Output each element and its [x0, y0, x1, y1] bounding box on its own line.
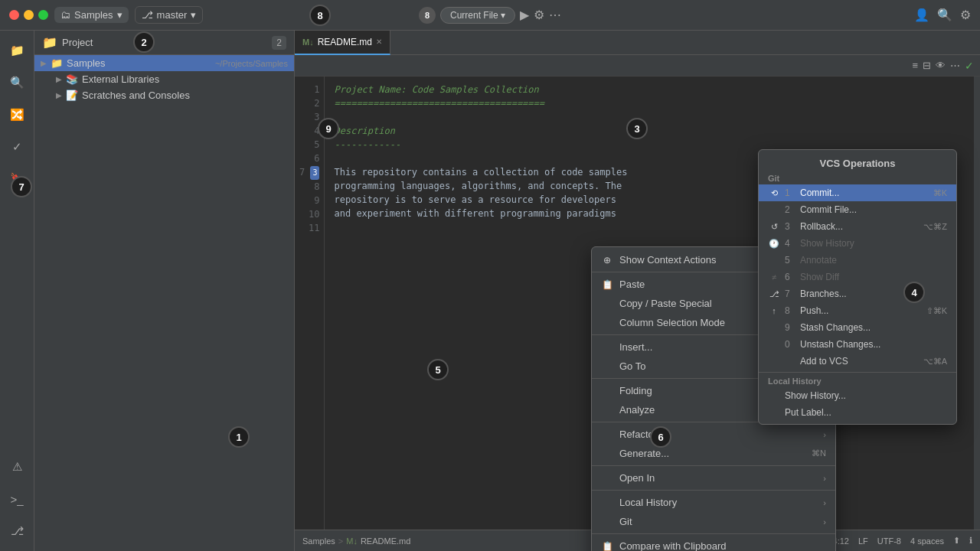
vcs-item-label: Commit... [800, 187, 839, 198]
vcs-item-stash[interactable]: 9 Stash Changes... [759, 319, 956, 336]
vcs-item-num: 3 [785, 221, 795, 232]
history-icon: 🕐 [768, 239, 780, 249]
toolbar-split-view[interactable]: ⊟ [923, 60, 931, 71]
vcs-item-unstash[interactable]: 0 Unstash Changes... [759, 336, 956, 353]
line-numbers: 1 2 3 4 5 6 7 3 8 9 10 11 [295, 77, 325, 530]
vcs-item-label: Show History... [785, 390, 846, 401]
submenu-arrow-icon: › [823, 498, 826, 507]
vcs-item-show-history[interactable]: 🕐 4 Show History [759, 235, 956, 252]
editor-tab-readme[interactable]: M↓ README.md ✕ [295, 31, 390, 55]
file-encoding[interactable]: UTF-8 [877, 536, 901, 546]
vcs-item-commit[interactable]: ⟲ 1 Commit... ⌘K [759, 184, 956, 201]
vcs-item-commit-file[interactable]: 2 Commit File... [759, 201, 956, 218]
expand-icon: ▶ [41, 59, 47, 67]
titlebar-center: 8 Current File ▾ ▶ ⚙ ⋯ [419, 7, 561, 24]
sidebar-item-vcs[interactable]: 🔀 [3, 101, 31, 129]
vcs-item-label: Show History [800, 238, 854, 249]
ctx-compare-clipboard[interactable]: 📋 Compare with Clipboard [592, 536, 835, 551]
branch-selector-button[interactable]: ⎇ master ▾ [135, 6, 204, 24]
vcs-item-put-label[interactable]: Put Label... [759, 404, 956, 421]
breadcrumb-file-icon: M↓ [346, 536, 358, 546]
file-tree-panel: 📁 Project 2 ▶ 📁 Samples ~/Projects/Sampl… [34, 31, 295, 551]
sidebar-item-search[interactable]: 🔍 [3, 69, 31, 96]
git-push-icon[interactable]: ⬆ [953, 536, 960, 546]
run-config-label: Current File [450, 10, 498, 21]
minimize-button[interactable] [24, 10, 34, 20]
vcs-operations-panel: VCS Operations Git ⟲ 1 Commit... ⌘K 2 Co… [758, 149, 957, 425]
line-ending[interactable]: LF [858, 536, 868, 546]
vcs-item-num: 5 [785, 255, 795, 266]
vcs-item-num: 2 [785, 204, 795, 215]
submenu-arrow-icon: › [823, 517, 826, 527]
scratch-icon: 📝 [66, 90, 78, 101]
sidebar-item-terminal[interactable]: >_ [3, 485, 31, 513]
account-icon[interactable]: 👤 [914, 8, 929, 22]
traffic-lights [9, 10, 48, 20]
branch-label: master [157, 9, 188, 21]
chevron-down-icon: ▾ [191, 9, 196, 21]
ctx-generate[interactable]: Generate... ⌘N [592, 444, 835, 463]
tree-item-label: Scratches and Consoles [82, 90, 288, 101]
ctx-divider [592, 465, 835, 466]
editor-toolbar: ≡ ⊟ 👁 ⋯ ✓ [295, 55, 980, 77]
tab-close-button[interactable]: ✕ [376, 37, 382, 46]
toolbar-preview[interactable]: 👁 [936, 60, 946, 71]
vcs-panel-title: VCS Operations [759, 153, 956, 172]
submenu-arrow-icon: › [823, 430, 826, 439]
vcs-item-annotate[interactable]: 5 Annotate [759, 252, 956, 269]
tab-label: README.md [318, 37, 372, 47]
code-line: Project Name: Code Samples Collection [334, 83, 965, 96]
search-everywhere-icon[interactable]: 🔍 [937, 8, 952, 22]
ctx-open-in[interactable]: Open In › [592, 468, 835, 487]
vcs-item-num: 4 [785, 238, 795, 249]
tree-item-external-libraries[interactable]: ▶ 📚 External Libraries [50, 71, 294, 87]
sidebar-item-run[interactable]: ✓ [3, 133, 31, 161]
library-icon: 📚 [66, 73, 78, 85]
toolbar-more-options[interactable]: ⋯ [950, 60, 960, 71]
titlebar: 🗂 Samples ▾ ⎇ master ▾ 8 Current File ▾ … [0, 0, 980, 31]
ctx-label: Insert... [619, 341, 652, 353]
indent-settings[interactable]: 4 spaces [910, 536, 944, 546]
vcs-item-show-history-local[interactable]: Show History... [759, 387, 956, 404]
vcs-item-label: Unstash Changes... [800, 339, 880, 350]
info-icon[interactable]: ℹ [969, 536, 972, 546]
ctx-label: Generate... [619, 448, 669, 459]
run-button[interactable]: ▶ [520, 8, 529, 22]
debug-button[interactable]: ⚙ [534, 8, 544, 22]
paste-icon: 📋 [601, 279, 613, 290]
ctx-refactor[interactable]: Refactor › [592, 425, 835, 444]
run-configuration-button[interactable]: Current File ▾ [440, 7, 515, 24]
vcs-local-history-section-label: Local History [759, 375, 956, 387]
project-selector-button[interactable]: 🗂 Samples ▾ [54, 7, 129, 23]
vcs-shortcut: ⌥⌘A [923, 357, 947, 367]
main-layout: 📁 🔍 🔀 ✓ 🔖 ⚠ >_ ⎇ 📁 Project 2 ▶ 📁 Samples… [0, 31, 980, 551]
settings-icon[interactable]: ⚙ [960, 8, 971, 22]
tree-item-samples[interactable]: ▶ 📁 Samples ~/Projects/Samples [34, 55, 294, 71]
tree-item-scratches[interactable]: ▶ 📝 Scratches and Consoles [50, 87, 294, 103]
ctx-git[interactable]: Git › [592, 512, 835, 531]
code-line: ====================================== [334, 96, 965, 110]
sidebar-item-problems[interactable]: ⚠ [3, 453, 31, 481]
ctx-local-history[interactable]: Local History › [592, 493, 835, 512]
project-badge[interactable]: 2 [272, 36, 286, 50]
maximize-button[interactable] [38, 10, 48, 20]
sidebar-item-project[interactable]: 📁 [3, 37, 31, 64]
build-number-badge: 8 [419, 7, 436, 24]
ctx-label: Refactor [619, 429, 657, 440]
sidebar-item-bookmarks[interactable]: 🔖 [3, 165, 31, 193]
ctx-divider [592, 533, 835, 534]
toolbar-reader-mode[interactable]: ≡ [912, 60, 918, 71]
vcs-item-show-diff[interactable]: ≠ 6 Show Diff [759, 269, 956, 285]
ctx-label: Local History [619, 497, 677, 508]
vcs-item-push[interactable]: ↑ 8 Push... ⇧⌘K [759, 302, 956, 319]
vcs-item-rollback[interactable]: ↺ 3 Rollback... ⌥⌘Z [759, 218, 956, 235]
vcs-item-branches[interactable]: ⎇ 7 Branches... [759, 285, 956, 302]
vcs-item-add-to-vcs[interactable]: Add to VCS ⌥⌘A [759, 353, 956, 370]
more-options-icon[interactable]: ⋯ [549, 8, 561, 22]
ctx-label: Compare with Clipboard [619, 540, 726, 551]
close-button[interactable] [9, 10, 19, 20]
sidebar-item-git[interactable]: ⎇ [3, 517, 31, 545]
breadcrumb-repo: Samples [302, 536, 335, 546]
scrollbar[interactable] [974, 77, 980, 530]
vcs-shortcut: ⌘K [933, 188, 947, 198]
